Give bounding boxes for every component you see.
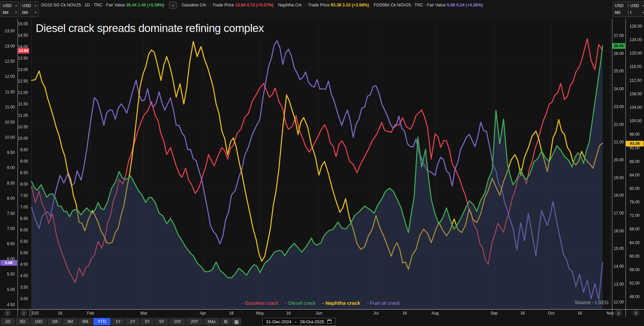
- axis-tick-label: 15.00: [18, 22, 28, 26]
- axis-tick-label: 12.00: [18, 91, 28, 95]
- range-button-10d[interactable]: 10D: [30, 318, 47, 325]
- date-range-picker[interactable]: 31-Dec-2024 – 28-Oct-2025: [262, 318, 335, 326]
- range-buttons: 1D5D10D1M3M6MYTD1Y2Y3Y5Y10Y20YMax: [1, 318, 221, 325]
- instrument-name: GO10 SG Ck NOV25 · 1D · TRC · Fair Value: [41, 3, 126, 7]
- axis-tick-label: 9.00: [18, 159, 28, 163]
- axis-tick-label: 10.50: [18, 125, 28, 129]
- axis-tick-label: 7.50: [0, 211, 15, 216]
- instrument-legend-item[interactable]: GO10 SG Ck NOV25 · 1D · TRC · Fair Value…: [41, 3, 164, 7]
- currency-select[interactable]: USD▾: [615, 4, 629, 8]
- chart-plot-area[interactable]: Diesel crack spreads dominate refining c…: [30, 19, 612, 309]
- time-axis[interactable]: 02516FebMarApr16May16JunJul16AugSep16Oct…: [0, 310, 644, 317]
- axis-tick-label: 6.50: [18, 217, 28, 221]
- chevron-down-icon: ▾: [15, 11, 17, 14]
- axis-tick-label: 7.50: [18, 194, 28, 198]
- axis-button-a[interactable]: A: [615, 309, 622, 317]
- chevron-down-icon: ▾: [643, 11, 644, 14]
- unit-select[interactable]: bbl▾: [22, 10, 36, 15]
- instrument-name: Naphtha Crk · · Trade Price: [278, 3, 331, 7]
- range-button-2y[interactable]: 2Y: [126, 318, 139, 325]
- range-button-5y[interactable]: 5Y: [155, 318, 169, 325]
- series-legend: - Gasoline crack- Diesel crack- Naphtha …: [30, 300, 612, 306]
- range-button-3m[interactable]: 3M: [63, 318, 77, 325]
- range-button-10y[interactable]: 10Y: [169, 318, 185, 325]
- axis-tick-label: 9.00: [0, 166, 15, 170]
- instrument-legend-item[interactable]: Naphtha Crk · · Trade Price 93.38 3.23 (…: [278, 3, 369, 7]
- chart-canvas: [30, 19, 612, 309]
- range-button-1m[interactable]: 1M: [47, 318, 62, 325]
- range-button-1d[interactable]: 1D: [1, 318, 15, 325]
- axis-tick-label: 3.00: [18, 297, 28, 301]
- axis-button-z[interactable]: Z: [20, 309, 27, 317]
- legend-item: - Naphtha crack: [323, 300, 361, 306]
- instrument-name: FO05Brt Ck NOV25 · TRC · Fair Value: [374, 3, 447, 7]
- axis-tick-label: 21.00: [614, 140, 624, 144]
- axis-tick-label: 26.00: [614, 52, 624, 56]
- unit-select[interactable]: bbl▾: [3, 10, 17, 15]
- axis-tick-label: 15.00: [614, 247, 624, 251]
- instrument-legend-item[interactable]: FO05Brt Ck NOV25 · TRC · Fair Value 5.88…: [374, 3, 483, 7]
- source-attribution: Source - LSEG: [555, 299, 609, 305]
- chevron-down-icon: ▾: [643, 4, 644, 7]
- instrument-legend-strip: GO10 SG Ck NOV25 · 1D · TRC · Fair Value…: [41, 0, 483, 10]
- plot-right-border: [612, 19, 612, 317]
- time-tick-label: Nov: [607, 311, 614, 316]
- range-toolbar: 1D5D10D1M3M6MYTD1Y2Y3Y5Y10Y20YMax ⚙ ▦ 31…: [0, 317, 644, 326]
- axis-tick-label: 92.00: [630, 146, 640, 150]
- currency-select[interactable]: USD▾: [3, 4, 17, 8]
- axis-tick-label: 52.00: [630, 281, 640, 285]
- axis-tick-label: 24.00: [614, 87, 624, 91]
- axis-tick-label: 13.00: [18, 68, 28, 72]
- time-tick-label: Apr: [200, 311, 206, 316]
- layout-grid-icon[interactable]: ▦: [231, 318, 241, 325]
- date-from: 31-Dec-2024: [266, 319, 291, 324]
- time-tick-label: Jun: [316, 311, 322, 316]
- axis-tick-label: 13.00: [614, 282, 624, 286]
- instrument-value: 26.44 1.40 (+5.59%): [126, 3, 164, 7]
- currency-select[interactable]: USD▾: [22, 4, 36, 8]
- axis-tick-label: 14.00: [614, 264, 624, 268]
- settings-gear-icon[interactable]: ⚙: [221, 318, 231, 325]
- axis-button-b[interactable]: B: [633, 309, 640, 317]
- range-button-max[interactable]: Max: [203, 318, 220, 325]
- axis-tick-label: 10.00: [0, 135, 15, 139]
- last-price-badge: 26.44: [612, 43, 625, 49]
- time-tick-label: 16: [520, 311, 525, 316]
- axis-tick-label: 5.50: [18, 239, 28, 243]
- axis-tick-label: 25.00: [614, 69, 624, 73]
- unit-select[interactable]: t▾: [630, 10, 644, 15]
- axis-tick-label: 4.50: [18, 262, 28, 266]
- axis-tick-label: 11.00: [0, 105, 15, 109]
- axis-tick-label: 11.50: [18, 102, 28, 106]
- instrument-legend-item[interactable]: Gasoline Crk · · Trade Price 13.84 0.73 …: [182, 3, 273, 7]
- range-button-6m[interactable]: 6M: [78, 318, 93, 325]
- range-button-5d[interactable]: 5D: [15, 318, 30, 325]
- currency-select[interactable]: USD▾: [630, 4, 644, 8]
- axis-tick-label: 60.00: [630, 254, 640, 258]
- axis-tick-label: 100.00: [630, 119, 642, 123]
- axis-tick-label: 64.00: [630, 241, 640, 245]
- axis-tick-label: 10.00: [18, 136, 28, 140]
- unit-select[interactable]: bbl▾: [615, 10, 629, 15]
- range-button-20y[interactable]: 20Y: [186, 318, 202, 325]
- axis-tick-label: 13.50: [0, 29, 15, 33]
- time-tick-label: 025: [32, 311, 39, 316]
- legend-collapse-button[interactable]: ‹: [169, 2, 177, 9]
- axis-button-y[interactable]: Y: [4, 309, 11, 317]
- time-tick-label: Aug: [432, 311, 439, 316]
- range-button-ytd[interactable]: YTD: [93, 318, 110, 325]
- calendar-icon: [327, 320, 332, 324]
- range-button-3y[interactable]: 3Y: [140, 318, 154, 325]
- axis-tick-label: 9.50: [18, 148, 28, 152]
- x-axis-baseline: [0, 309, 644, 309]
- axis-tick-label: 3.50: [18, 285, 28, 289]
- range-button-1y[interactable]: 1Y: [111, 318, 125, 325]
- unit-dropdown-axis-z[interactable]: USD▾bbl▾: [20, 1, 38, 17]
- unit-dropdown-axis-y[interactable]: USD▾bbl▾: [1, 1, 19, 17]
- chevron-down-icon: ▾: [15, 4, 17, 7]
- axis-tick-label: 12.00: [614, 300, 624, 304]
- axis-tick-label: 16.00: [614, 229, 624, 233]
- axis-tick-label: 4.50: [0, 303, 15, 307]
- axis-tick-label: 6.50: [0, 242, 15, 246]
- unit-dropdown-axis-b[interactable]: USD▾t▾: [628, 1, 644, 17]
